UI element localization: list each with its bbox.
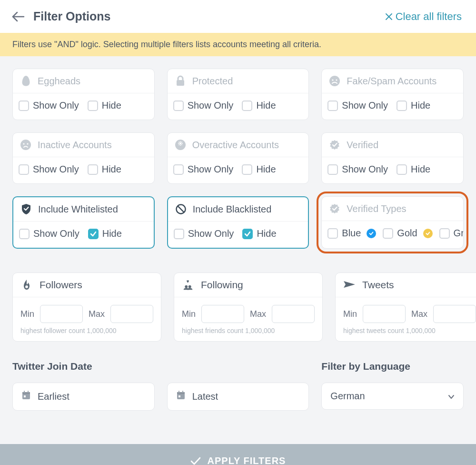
protected-show-only[interactable]: Show Only	[173, 100, 234, 111]
verified-show-only[interactable]: Show Only	[327, 164, 388, 175]
card-protected: Protected Show Only Hide	[167, 69, 309, 120]
tweets-note: highest tweets count 1,000,000	[336, 327, 476, 341]
calendar-icon	[176, 391, 186, 403]
fakespam-hide[interactable]: Hide	[397, 100, 430, 111]
tweets-min-input[interactable]	[363, 305, 406, 323]
svg-point-16	[188, 285, 191, 288]
svg-line-13	[178, 206, 184, 212]
gold-check-icon	[423, 229, 433, 238]
latest-date-picker[interactable]: Latest	[167, 383, 309, 411]
max-label: Max	[89, 309, 105, 319]
range-title: Following	[201, 279, 243, 291]
header: Filter Options Clear all filters	[0, 0, 476, 33]
blacklisted-hide[interactable]: Hide	[242, 228, 276, 239]
clear-all-label: Clear all filters	[396, 10, 462, 23]
lock-icon	[174, 75, 187, 87]
max-label: Max	[250, 309, 266, 319]
svg-rect-20	[28, 391, 29, 393]
earliest-date-picker[interactable]: Earliest	[12, 383, 155, 411]
card-fakespam: Fake/Spam Accounts Show Only Hide	[321, 69, 464, 120]
clear-all-filters-link[interactable]: Clear all filters	[385, 10, 462, 23]
card-title: Overactive Accounts	[192, 140, 279, 151]
svg-point-4	[329, 76, 340, 86]
eggheads-show-only[interactable]: Show Only	[19, 100, 79, 111]
verified-type-gold[interactable]: Gold	[383, 228, 432, 239]
followers-min-input[interactable]	[40, 305, 83, 323]
apply-filters-button[interactable]: APPLY FILTERS	[0, 444, 476, 465]
latest-label: Latest	[192, 391, 218, 402]
svg-point-7	[20, 140, 31, 150]
svg-rect-18	[22, 392, 30, 394]
card-title: Fake/Spam Accounts	[347, 76, 436, 87]
svg-point-6	[336, 79, 337, 81]
min-label: Min	[182, 309, 196, 319]
shield-check-icon	[20, 203, 32, 215]
fakespam-show-only[interactable]: Show Only	[327, 100, 388, 111]
calendar-icon	[21, 391, 31, 403]
card-title: Include Whitelisted	[38, 204, 118, 215]
page-title: Filter Options	[33, 10, 111, 23]
svg-point-9	[27, 143, 28, 144]
send-icon	[343, 279, 356, 291]
verified-type-gray[interactable]: Gray	[439, 228, 464, 239]
card-verified-types: Verified Types Blue Gold Gray	[321, 196, 464, 249]
following-max-input[interactable]	[272, 305, 315, 323]
svg-point-11	[179, 142, 181, 144]
card-whitelisted: Include Whitelisted Show Only Hide	[12, 196, 155, 249]
svg-point-8	[23, 143, 24, 144]
card-title: Eggheads	[38, 76, 80, 87]
range-title: Tweets	[362, 279, 394, 291]
join-date-section-title: Twitter Join Date	[12, 361, 155, 372]
overactive-show-only[interactable]: Show Only	[173, 164, 234, 175]
followers-note: highest follower count 1,000,000	[13, 327, 161, 341]
svg-rect-19	[24, 391, 25, 393]
card-followers: Followers Min Max highest follower count…	[12, 273, 161, 342]
face-angry-icon	[328, 75, 341, 87]
back-arrow-icon[interactable]	[11, 11, 25, 22]
svg-rect-3	[177, 80, 184, 86]
apply-filters-label: APPLY FILTERS	[208, 455, 286, 465]
earliest-label: Earliest	[38, 391, 69, 402]
language-select[interactable]: German	[321, 383, 464, 410]
svg-rect-21	[24, 395, 26, 397]
svg-point-5	[332, 79, 334, 81]
logic-notice: Filters use "AND" logic. Selecting multi…	[0, 33, 476, 56]
inactive-show-only[interactable]: Show Only	[19, 164, 79, 175]
max-label: Max	[411, 309, 427, 319]
inactive-hide[interactable]: Hide	[88, 164, 121, 175]
chevron-down-icon	[448, 391, 455, 402]
face-sad-icon	[20, 139, 32, 151]
verified-hide[interactable]: Hide	[397, 164, 430, 175]
protected-hide[interactable]: Hide	[242, 100, 276, 111]
whitelisted-show-only[interactable]: Show Only	[19, 228, 79, 239]
tweets-max-input[interactable]	[433, 305, 476, 323]
svg-point-15	[185, 285, 188, 288]
verified-type-blue[interactable]: Blue	[327, 228, 376, 239]
verified-badge-icon	[328, 202, 341, 215]
card-inactive: Inactive Accounts Show Only Hide	[12, 132, 155, 184]
x-icon	[385, 13, 393, 20]
card-following: Following Min Max highest friends count …	[174, 273, 323, 342]
card-overactive: Overactive Accounts Show Only Hide	[167, 132, 309, 184]
ban-icon	[175, 203, 187, 215]
svg-rect-23	[177, 392, 185, 394]
min-label: Min	[20, 309, 34, 319]
blue-check-icon	[367, 229, 376, 238]
followers-max-input[interactable]	[110, 305, 153, 323]
svg-point-14	[25, 285, 28, 288]
eggheads-hide[interactable]: Hide	[88, 100, 121, 111]
card-eggheads: Eggheads Show Only Hide	[12, 69, 155, 120]
overactive-hide[interactable]: Hide	[242, 164, 276, 175]
blacklisted-show-only[interactable]: Show Only	[174, 228, 234, 239]
verified-badge-icon	[328, 139, 341, 151]
whitelisted-hide[interactable]: Hide	[88, 228, 122, 239]
card-title: Protected	[192, 76, 233, 87]
svg-rect-25	[182, 391, 183, 393]
following-min-input[interactable]	[201, 305, 244, 323]
language-section-title: Filter by Language	[321, 361, 464, 372]
svg-rect-24	[178, 391, 179, 393]
users-heart-icon	[182, 279, 194, 291]
svg-rect-26	[178, 395, 180, 397]
card-tweets: Tweets Min Max highest tweets count 1,00…	[335, 273, 476, 342]
range-title: Followers	[40, 279, 82, 291]
